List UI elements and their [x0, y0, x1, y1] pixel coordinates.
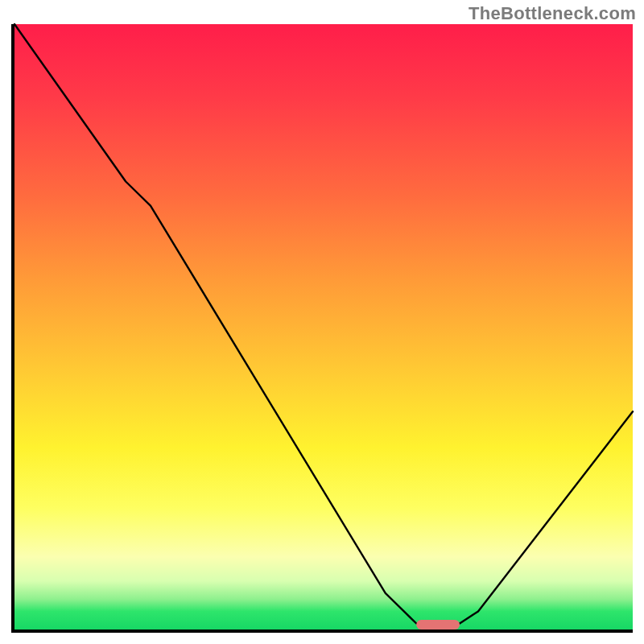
bottleneck-curve-path — [14, 24, 633, 624]
minimum-marker — [416, 620, 460, 630]
watermark-text: TheBottleneck.com — [469, 3, 636, 24]
plot-area — [11, 24, 633, 633]
curve-svg — [14, 24, 633, 630]
